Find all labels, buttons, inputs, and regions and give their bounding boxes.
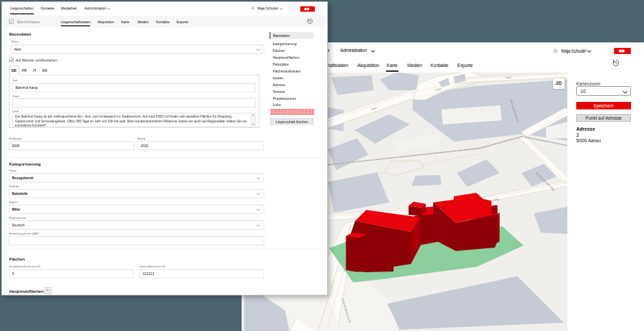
svg-text:Rain: Rain: [506, 76, 511, 79]
